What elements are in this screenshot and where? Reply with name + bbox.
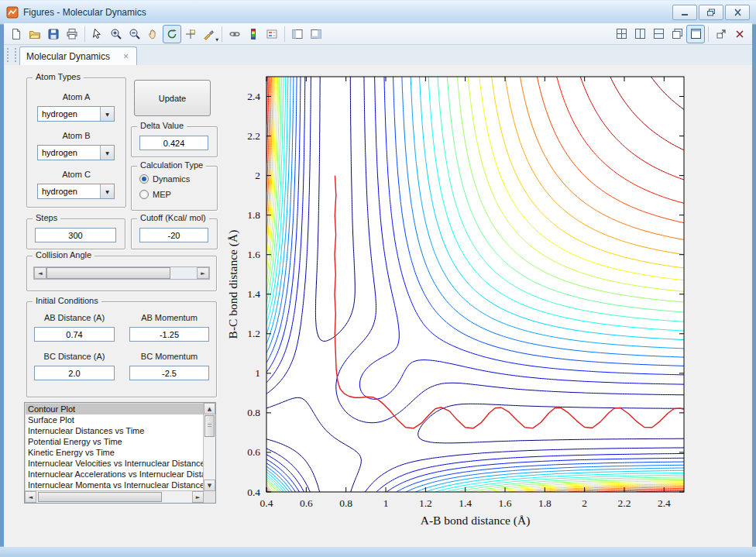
scroll-right-arrow[interactable]: ► xyxy=(192,491,204,503)
list-item[interactable]: Surface Plot xyxy=(26,414,203,425)
maximize-tab-icon xyxy=(690,28,702,40)
title-bar[interactable]: Figures - Molecular Dynamics xyxy=(0,0,756,25)
x-tick-label: 1.6 xyxy=(499,497,512,509)
window-frame-bottom xyxy=(0,546,756,557)
dynamics-radio-row[interactable]: Dynamics xyxy=(139,174,190,184)
tab-close-icon[interactable]: × xyxy=(122,51,130,62)
figure-toolbar: ▼ xyxy=(4,23,752,45)
tab-molecular-dynamics[interactable]: Molecular Dynamics × xyxy=(19,46,137,65)
maximize-tab-button[interactable] xyxy=(686,25,705,43)
scroll-left-arrow[interactable]: ◄ xyxy=(25,491,36,503)
link-plot-button[interactable] xyxy=(225,25,244,43)
print-figure-button[interactable] xyxy=(63,25,81,43)
undock-button[interactable] xyxy=(712,25,730,43)
tile-grid-button[interactable] xyxy=(612,25,631,43)
atom-a-dropdown[interactable]: hydrogen ▼ xyxy=(37,106,115,122)
atom-b-value: hydrogen xyxy=(38,148,100,157)
new-figure-icon xyxy=(10,28,22,40)
atom-b-dropdown[interactable]: hydrogen ▼ xyxy=(37,145,115,160)
x-tick-label: 1 xyxy=(383,497,389,509)
new-figure-button[interactable] xyxy=(7,25,26,43)
bc-momentum-field[interactable] xyxy=(129,366,209,380)
hide-plot-tools-button[interactable] xyxy=(288,25,307,43)
mep-radio-row[interactable]: MEP xyxy=(139,190,171,199)
plot-type-listbox[interactable]: Contour PlotSurface PlotInternuclear Dis… xyxy=(24,402,216,504)
x-tick-label: 2.2 xyxy=(618,497,631,509)
insert-legend-button[interactable] xyxy=(263,25,281,43)
open-file-button[interactable] xyxy=(26,25,44,43)
listbox-vertical-scrollbar[interactable]: ▲ ▼ xyxy=(203,403,215,491)
close-button[interactable] xyxy=(725,5,750,20)
contour-plot[interactable]: 0.40.60.811.21.41.61.822.22.40.40.60.811… xyxy=(225,66,737,540)
bc-momentum-label: BC Momentum xyxy=(129,352,209,361)
brush-button[interactable]: ▼ xyxy=(200,25,218,43)
scroll-up-arrow[interactable]: ▲ xyxy=(204,403,215,414)
horizontal-scroll-track[interactable] xyxy=(36,491,192,503)
zoom-in-button[interactable] xyxy=(107,25,125,43)
list-item[interactable]: Internuclear Momenta vs Internuclear Dis… xyxy=(26,480,203,490)
y-tick-label: 2.2 xyxy=(247,130,260,142)
y-tick-label: 2.4 xyxy=(247,91,260,102)
cascade-windows-icon xyxy=(672,28,683,40)
list-item[interactable]: Contour Plot xyxy=(26,404,203,414)
data-cursor-button[interactable] xyxy=(181,25,200,43)
slider-right-arrow[interactable]: ► xyxy=(197,267,209,279)
atom-c-value: hydrogen xyxy=(38,187,100,196)
dropdown-arrow-icon[interactable]: ▼ xyxy=(100,184,114,198)
update-button[interactable]: Update xyxy=(134,80,211,116)
mep-radio[interactable] xyxy=(139,190,149,199)
insert-colorbar-button[interactable] xyxy=(244,25,263,43)
x-tick-label: 0.4 xyxy=(260,497,273,509)
tile-columns-button[interactable] xyxy=(631,25,649,43)
slider-track[interactable] xyxy=(46,267,197,279)
window-title: Figures - Molecular Dynamics xyxy=(23,7,146,18)
list-item[interactable]: Internuclear Distances vs Time xyxy=(26,425,203,436)
listbox-horizontal-scrollbar[interactable]: ◄ ► xyxy=(25,490,204,503)
list-item[interactable]: Potential Energy vs Time xyxy=(26,436,203,447)
save-figure-button[interactable] xyxy=(44,25,63,43)
tab-dock-grip[interactable] xyxy=(7,48,16,62)
ab-momentum-field[interactable] xyxy=(129,327,209,342)
cutoff-legend: Cutoff (Kcal/ mol) xyxy=(137,213,209,222)
tile-columns-icon xyxy=(634,28,646,40)
axes-background xyxy=(266,77,684,492)
dropdown-arrow-icon[interactable]: ▼ xyxy=(100,107,114,121)
dropdown-arrow-icon[interactable]: ▼ xyxy=(100,146,114,160)
initial-conditions-legend: Initial Conditions xyxy=(33,296,101,305)
horizontal-scroll-thumb[interactable] xyxy=(38,492,162,502)
slider-left-arrow[interactable]: ◄ xyxy=(34,267,46,279)
minimize-button[interactable] xyxy=(672,5,697,20)
vertical-scroll-thumb[interactable] xyxy=(204,415,215,437)
close-toolgroup-button[interactable] xyxy=(730,25,749,43)
atom-types-group: Atom Types Atom A hydrogen ▼ Atom B hydr… xyxy=(26,77,126,208)
y-tick-label: 1 xyxy=(255,367,260,379)
list-item[interactable]: Internuclear Accelerations vs Internucle… xyxy=(26,469,203,480)
restore-button[interactable] xyxy=(699,5,723,20)
atom-a-label: Atom A xyxy=(27,92,125,101)
show-plot-tools-button[interactable] xyxy=(307,25,325,43)
ab-distance-field[interactable] xyxy=(34,327,115,342)
atom-c-dropdown[interactable]: hydrogen ▼ xyxy=(37,184,115,199)
list-item[interactable]: Kinetic Energy vs Time xyxy=(26,447,203,458)
atom-b-label: Atom B xyxy=(27,131,125,140)
slider-thumb[interactable] xyxy=(46,267,170,279)
list-item[interactable]: Internuclear Velocities vs Internuclear … xyxy=(26,458,203,469)
rotate-3d-button[interactable] xyxy=(163,25,181,43)
undock-icon xyxy=(716,29,727,40)
steps-field[interactable] xyxy=(35,228,116,242)
zoom-out-button[interactable] xyxy=(125,25,144,43)
pan-button[interactable] xyxy=(144,25,163,43)
scroll-down-arrow[interactable]: ▼ xyxy=(204,480,215,491)
y-tick-label: 1.4 xyxy=(247,288,260,300)
tile-grid-icon xyxy=(616,28,627,40)
cascade-windows-button[interactable] xyxy=(668,25,686,43)
bc-distance-field[interactable] xyxy=(34,366,115,380)
show-plot-tools-icon xyxy=(310,28,322,40)
cutoff-field[interactable] xyxy=(139,228,208,242)
collision-angle-slider[interactable]: ◄ ► xyxy=(33,266,210,280)
brush-dropdown-caret[interactable]: ▼ xyxy=(215,37,218,42)
tile-rows-button[interactable] xyxy=(649,25,668,43)
edit-plot-button[interactable] xyxy=(88,25,107,43)
dynamics-radio[interactable] xyxy=(139,174,149,184)
delta-value-field[interactable] xyxy=(139,136,208,150)
